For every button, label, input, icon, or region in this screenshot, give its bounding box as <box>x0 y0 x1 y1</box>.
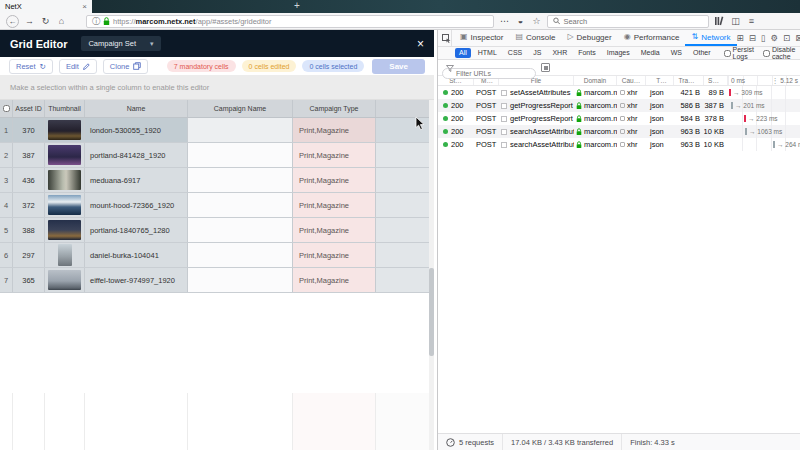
campaign-type-cell[interactable]: Print,Magazine <box>293 118 376 142</box>
campaign-type-cell[interactable]: Print,Magazine <box>293 193 376 217</box>
filter-html[interactable]: HTML <box>474 48 501 58</box>
asset-id-cell[interactable]: 387 <box>13 143 45 167</box>
forward-icon[interactable]: → <box>24 17 35 26</box>
campaign-name-cell[interactable] <box>188 118 293 142</box>
persist-logs-option[interactable]: Persist Logs <box>724 46 754 60</box>
asset-id-cell[interactable]: 388 <box>13 218 45 242</box>
campaign-name-cell[interactable] <box>188 168 293 192</box>
campaign-name-cell[interactable] <box>188 243 293 267</box>
table-row[interactable]: 7 365 eiffel-tower-974997_1920 Print,Mag… <box>0 268 434 293</box>
grid-scrollbar[interactable] <box>429 100 434 450</box>
tab-close-icon[interactable]: × <box>82 3 87 11</box>
dataset-select[interactable]: Campaign Set ▾ <box>81 36 160 51</box>
campaign-type-cell[interactable]: Print,Magazine <box>293 243 376 267</box>
name-cell[interactable]: eiffel-tower-974997_1920 <box>85 268 188 292</box>
thumbnail-cell[interactable] <box>45 143 85 167</box>
name-cell[interactable]: meduana-6917 <box>85 168 188 192</box>
column-header-campaign-type[interactable]: Campaign Type <box>293 100 376 117</box>
name-cell[interactable]: portland-1840765_1280 <box>85 218 188 242</box>
site-info-icon[interactable]: ⓘ <box>92 16 100 27</box>
campaign-type-cell[interactable]: Print,Magazine <box>293 268 376 292</box>
disable-cache-checkbox[interactable] <box>763 50 770 57</box>
campaign-name-cell[interactable] <box>188 143 293 167</box>
requests-summary[interactable]: 5 requests <box>438 434 503 450</box>
scrollbar-thumb[interactable] <box>429 268 434 356</box>
column-header-asset-id[interactable]: Asset ID <box>13 100 45 117</box>
name-cell[interactable]: london-530055_1920 <box>85 118 188 142</box>
asset-id-cell[interactable]: 372 <box>13 193 45 217</box>
name-cell[interactable]: daniel-burka-104041 <box>85 243 188 267</box>
persist-logs-checkbox[interactable] <box>724 50 731 57</box>
tab-debugger[interactable]: ▷Debugger <box>561 30 617 46</box>
reset-button[interactable]: Reset ↻ <box>9 59 53 74</box>
column-domain[interactable]: Domain <box>574 76 617 85</box>
request-row[interactable]: 200 POST setAssetAttributes marcom.n… xh… <box>438 86 800 99</box>
har-panel-icon[interactable] <box>541 63 550 72</box>
filter-urls-field[interactable] <box>442 62 536 73</box>
search-bar[interactable] <box>547 15 709 28</box>
thumbnail-cell[interactable] <box>45 118 85 142</box>
filter-all[interactable]: All <box>455 48 471 58</box>
select-all-checkbox[interactable] <box>3 105 10 112</box>
pick-element-button[interactable] <box>442 30 452 46</box>
campaign-type-cell[interactable]: Print,Magazine <box>293 218 376 242</box>
bookmark-star-icon[interactable]: ☆ <box>531 17 542 26</box>
filter-other[interactable]: Other <box>689 48 715 58</box>
filter-media[interactable]: Media <box>637 48 664 58</box>
table-row[interactable]: 5 388 portland-1840765_1280 Print,Magazi… <box>0 218 434 243</box>
column-header-thumbnail[interactable]: Thumbnail <box>45 100 85 117</box>
menu-icon[interactable]: ≡ <box>746 17 757 26</box>
request-row[interactable]: 200 POST getProgressReport marcom.n… xhr… <box>438 99 800 112</box>
browser-tab[interactable]: NetX × <box>0 0 92 13</box>
tab-inspector[interactable]: ▣Inspector <box>454 30 509 46</box>
filter-css[interactable]: CSS <box>504 48 526 58</box>
campaign-type-cell[interactable]: Print,Magazine <box>293 168 376 192</box>
table-row[interactable]: 4 372 mount-hood-72366_1920 Print,Magazi… <box>0 193 434 218</box>
column-cause[interactable]: Cau… <box>617 76 646 85</box>
campaign-type-cell[interactable]: Print,Magazine <box>293 143 376 167</box>
column-header-name[interactable]: Name <box>85 100 188 117</box>
table-row[interactable]: 1 370 london-530055_1920 Print,Magazine <box>0 118 434 143</box>
device-icon[interactable]: ▯ <box>761 34 766 43</box>
settings-gear-icon[interactable]: ⚙ <box>770 34 778 43</box>
request-row[interactable]: 200 POST searchAssetAttributes marcom.n…… <box>438 125 800 138</box>
thumbnail-cell[interactable] <box>45 168 85 192</box>
filter-urls-input[interactable] <box>442 68 536 79</box>
filter-xhr[interactable]: XHR <box>548 48 571 58</box>
filter-js[interactable]: JS <box>529 48 545 58</box>
sidebar-icon[interactable]: ◫ <box>730 17 741 26</box>
search-input[interactable] <box>563 17 703 26</box>
kebab-icon[interactable]: ⋮ <box>772 77 779 85</box>
column-transferred[interactable]: Tra… <box>674 76 704 85</box>
name-cell[interactable]: portland-841428_1920 <box>85 143 188 167</box>
request-row[interactable]: 200 POST getProgressReport marcom.n… xhr… <box>438 112 800 125</box>
thumbnail-cell[interactable] <box>45 193 85 217</box>
column-header-campaign-name[interactable]: Campaign Name <box>188 100 293 117</box>
column-timeline[interactable]: 0 ms ⋮5.12 s <box>728 76 800 85</box>
library-icon[interactable] <box>714 16 725 26</box>
save-button[interactable]: Save <box>372 59 425 74</box>
tab-network[interactable]: ⇅Network <box>685 30 736 46</box>
split-console-icon[interactable]: ⊟ <box>749 34 756 43</box>
campaign-name-cell[interactable] <box>188 218 293 242</box>
campaign-name-cell[interactable] <box>188 193 293 217</box>
table-row[interactable]: 6 297 daniel-burka-104041 Print,Magazine <box>0 243 434 268</box>
tab-console[interactable]: ▤Console <box>509 30 561 46</box>
campaign-name-cell[interactable] <box>188 268 293 292</box>
pocket-icon[interactable]: ◒ <box>515 17 526 26</box>
table-row[interactable]: 3 436 meduana-6917 Print,Magazine <box>0 168 434 193</box>
request-row[interactable]: 200 POST searchAssetAttributes marcom.n…… <box>438 138 800 151</box>
thumbnail-cell[interactable] <box>45 218 85 242</box>
separate-window-icon[interactable]: ⊠ <box>795 34 800 43</box>
grid-editor-close-icon[interactable]: × <box>417 37 424 51</box>
name-cell[interactable]: mount-hood-72366_1920 <box>85 193 188 217</box>
reload-icon[interactable]: ↻ <box>40 17 51 26</box>
home-icon[interactable]: ⌂ <box>56 17 67 26</box>
url-bar[interactable]: ⓘ https://marcom.netx.net/app/#assets/gr… <box>86 15 494 28</box>
thumbnail-cell[interactable] <box>45 243 85 267</box>
thumbnail-cell[interactable] <box>45 268 85 292</box>
asset-id-cell[interactable]: 370 <box>13 118 45 142</box>
asset-id-cell[interactable]: 436 <box>13 168 45 192</box>
disable-cache-option[interactable]: Disable cache <box>763 46 795 60</box>
page-actions-icon[interactable]: ⋯ <box>499 17 510 26</box>
